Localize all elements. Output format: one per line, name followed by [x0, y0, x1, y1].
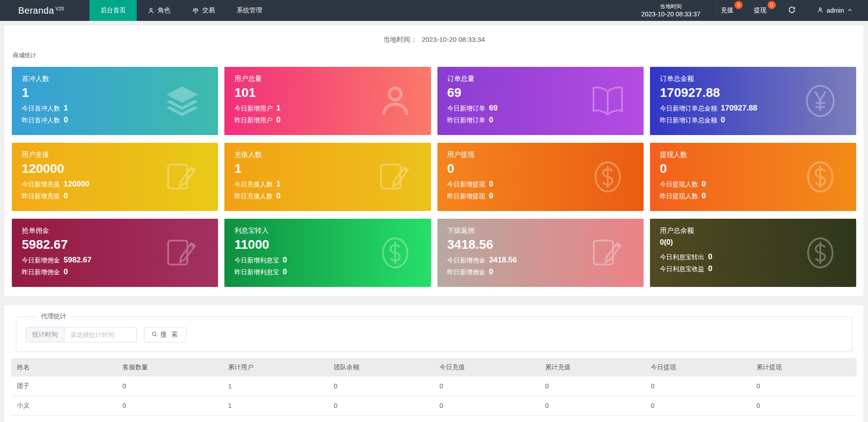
menu-item-2[interactable]: 交易 [181, 0, 226, 21]
dollar-icon [589, 158, 626, 196]
search-button[interactable]: 搜 索 [144, 327, 186, 342]
stat-card-yesterday-value: 0 [702, 190, 706, 201]
agent-fieldset: 代理统计 统计时间 搜 索 [16, 312, 852, 352]
table-header-cell: 今日提现 [645, 358, 751, 377]
table-cell: 0 [117, 377, 223, 396]
stat-card-yesterday-label: 昨日新增用户 [234, 115, 273, 126]
table-cell: 0 [645, 416, 751, 422]
stat-card[interactable]: 用户总余额 0(0) 今日利息宝转出 0 今日利息宝收益 0 [650, 219, 856, 287]
stat-card-today-value: 69 [489, 102, 498, 114]
menu-item-3[interactable]: 系统管理 [226, 0, 273, 21]
stat-card-today-label: 今日充值人数 [234, 179, 273, 190]
agent-filter-row: 统计时间 搜 索 [25, 327, 852, 342]
stat-card-today-label: 今日新增提现 [447, 179, 486, 190]
edit-icon [164, 234, 201, 271]
table-cell: 0 [540, 416, 645, 422]
recharge-button[interactable]: 充值 0 [712, 0, 745, 21]
table-cell: 0 [434, 377, 540, 396]
stat-card-yesterday-label: 昨日新增佣金 [447, 266, 486, 278]
stat-card[interactable]: 提现人数 0 今日提现人数 0 昨日提现人数 0 [650, 143, 856, 211]
stat-card[interactable]: 订单总金额 170927.88 今日新增订单总金额 170927.88 昨日新增… [650, 67, 856, 135]
stat-card-yesterday-value: 0 [64, 266, 68, 277]
stat-card[interactable]: 充值人数 1 今日充值人数 1 昨日充值人数 0 [224, 143, 431, 211]
table-cell: 0 [645, 377, 751, 396]
stat-card-yesterday-value: 0 [721, 114, 725, 126]
table-header-cell: 累计用户 [223, 358, 328, 377]
stat-card-yesterday-label: 昨日新增佣金 [22, 266, 60, 278]
panel-time-label: 当地时间： [383, 35, 417, 43]
recharge-label: 充值 [721, 6, 734, 15]
stat-card-yesterday-label: 昨日充值人数 [234, 191, 273, 202]
stat-card-yesterday-value: 0 [489, 114, 493, 126]
table-cell: 0 [117, 396, 223, 416]
stat-card-today-label: 今日新增充值 [22, 179, 60, 190]
user-icon [817, 7, 823, 15]
stat-card-today-label: 今日新增佣金 [22, 255, 60, 266]
table-cell: 0 [434, 416, 540, 422]
stats-section-title: 商城统计 [13, 51, 856, 60]
stat-card[interactable]: 下级返佣 3418.56 今日新增佣金 3418.56 昨日新增佣金 0 [437, 219, 644, 287]
stat-card[interactable]: 用户充值 120000 今日新增充值 120000 昨日新增充值 0 [12, 143, 218, 211]
dollar-icon [802, 158, 839, 196]
navbar-right: 当地时间 2023-10-20 08:33:37 充值 0 提现 0 admin [629, 0, 868, 21]
local-time-value: 2023-10-20 08:33:37 [641, 10, 700, 18]
withdraw-button[interactable]: 提现 0 [745, 0, 779, 21]
stat-card-yesterday-value: 0 [276, 190, 280, 201]
menu-item-label: 系统管理 [237, 6, 262, 15]
stat-card[interactable]: 用户总量 101 今日新增用户 1 昨日新增用户 0 [224, 67, 431, 135]
edit-icon [589, 234, 626, 271]
stat-card-today-label: 今日提现人数 [660, 179, 698, 190]
table-header-cell: 今日充值 [434, 358, 540, 377]
stat-card[interactable]: 抢单佣金 5982.67 今日新增佣金 5982.67 昨日新增佣金 0 [12, 219, 218, 287]
stat-card-yesterday-value: 0 [276, 114, 280, 126]
layers-icon [164, 82, 201, 120]
stat-card-today-label: 今日新增订单总金额 [660, 103, 717, 114]
stat-card-today-value: 5982.67 [64, 254, 91, 266]
recharge-badge: 0 [734, 1, 743, 9]
local-time-label: 当地时间 [660, 3, 682, 10]
agent-panel: 代理统计 统计时间 搜 索 姓名客服数量累计用户团队余额今日充值累计充值今日提现… [5, 305, 863, 422]
stat-card[interactable]: 用户提现 0 今日新增提现 0 昨日新增提现 0 [437, 143, 644, 211]
menu-item-1[interactable]: 角色 [137, 0, 181, 21]
table-cell: 0 [645, 396, 751, 416]
main-menu: 后台首页角色交易系统管理 [89, 0, 273, 21]
stat-card-yesterday-value: 0 [489, 266, 493, 277]
edit-icon [164, 158, 201, 196]
table-cell: 小洋 [11, 416, 117, 422]
user-menu[interactable]: admin [805, 0, 868, 21]
user-icon [148, 7, 154, 14]
table-row: 小义0100000 [11, 396, 857, 416]
stat-time-input[interactable] [64, 327, 137, 342]
menu-item-0[interactable]: 后台首页 [89, 0, 137, 21]
stat-card-yesterday-value: 0 [283, 266, 287, 277]
stat-card-yesterday-label: 昨日新增充值 [22, 191, 60, 202]
withdraw-badge: 0 [768, 1, 776, 9]
table-cell: 0 [540, 396, 645, 416]
stat-cards-grid: 首冲人数 1 今日首冲人数 1 昨日首冲人数 0 用户总量 101 今日新增用户… [12, 67, 856, 287]
refresh-button[interactable] [779, 0, 805, 21]
table-header-cell: 团队余额 [328, 358, 434, 377]
stat-card-yesterday-label: 今日利息宝收益 [660, 263, 704, 275]
stat-time-label: 统计时间 [25, 327, 64, 342]
stat-card-yesterday-label: 昨日新增订单 [447, 115, 486, 126]
stat-card-yesterday-value: 0 [708, 263, 712, 274]
brand-logo[interactable]: Beranda V20 [0, 0, 75, 21]
brand-version: V20 [55, 6, 64, 11]
table-header-cell: 客服数量 [117, 358, 223, 377]
stat-card[interactable]: 首冲人数 1 今日首冲人数 1 昨日首冲人数 0 [12, 67, 218, 135]
table-header-cell: 姓名 [11, 358, 117, 377]
panel-time-value: 2023-10-20 08:33:34 [422, 35, 485, 43]
stat-card-yesterday-label: 昨日提现人数 [660, 191, 698, 202]
dollar-icon [802, 234, 839, 271]
stat-card-today-label: 今日首冲人数 [22, 103, 60, 114]
stats-panel: 当地时间：2023-10-20 08:33:34 商城统计 首冲人数 1 今日首… [5, 25, 863, 296]
stat-card-today-value: 1 [64, 102, 68, 114]
table-cell: 0 [328, 416, 434, 422]
table-cell: 0 [328, 396, 434, 416]
table-cell: 0 [751, 416, 857, 422]
user-icon [377, 82, 414, 120]
table-cell: 小义 [11, 396, 117, 416]
table-cell: 0 [540, 377, 645, 396]
stat-card[interactable]: 订单总量 69 今日新增订单 69 昨日新增订单 0 [437, 67, 644, 135]
stat-card[interactable]: 利息宝转入 11000 今日新增利息宝 0 昨日新增利息宝 0 [224, 219, 431, 287]
